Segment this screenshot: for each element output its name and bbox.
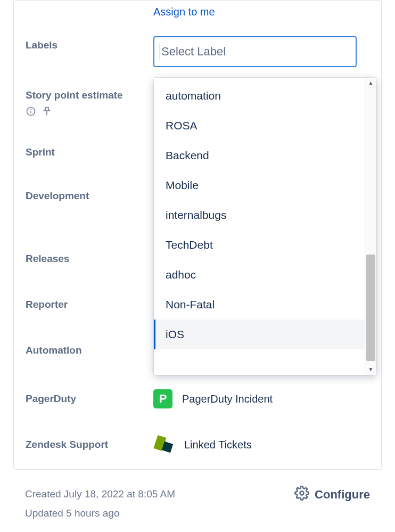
footer: Created July 18, 2022 at 8:05 AM Updated… — [13, 477, 382, 523]
dropdown-scrollbar[interactable]: ▲ ▼ — [365, 78, 376, 375]
svg-point-4 — [300, 492, 304, 495]
dropdown-option[interactable]: automation — [154, 81, 365, 111]
zendesk-icon — [153, 435, 175, 454]
dropdown-option[interactable]: adhoc — [154, 260, 365, 290]
labels-row: Labels Select Label — [14, 26, 381, 71]
scroll-thumb[interactable] — [366, 255, 375, 361]
labels-placeholder: Select Label — [161, 45, 226, 59]
assign-to-me-link[interactable]: Assign to me — [153, 6, 215, 18]
linked-tickets-link[interactable]: Linked Tickets — [184, 439, 252, 451]
reporter-field-label: Reporter — [26, 296, 153, 310]
dropdown-option[interactable]: Mobile — [154, 170, 365, 200]
dropdown-option[interactable]: internalbugs — [154, 200, 365, 230]
zendesk-field-label: Zendesk Support — [26, 439, 153, 451]
sprint-field-label: Sprint — [26, 143, 153, 158]
assign-row: Assign to me — [14, 1, 381, 26]
dropdown-option[interactable]: ROSA — [154, 111, 365, 141]
info-icon[interactable] — [26, 106, 36, 119]
pin-icon[interactable] — [41, 105, 53, 120]
created-timestamp: Created July 18, 2022 at 8:05 AM — [25, 485, 175, 504]
labels-dropdown: automationROSABackendMobileinternalbugsT… — [154, 78, 376, 375]
dropdown-option[interactable]: Backend — [154, 141, 365, 170]
configure-label: Configure — [315, 488, 370, 502]
configure-button[interactable]: Configure — [294, 485, 370, 504]
dropdown-option[interactable]: TechDebt — [154, 230, 365, 260]
pagerduty-field-label: PagerDuty — [26, 393, 153, 405]
dropdown-option[interactable]: iOS — [154, 320, 365, 349]
zendesk-row: Zendesk Support Linked Tickets — [14, 413, 381, 459]
pagerduty-incident-link[interactable]: PagerDuty Incident — [182, 393, 273, 405]
releases-field-label: Releases — [26, 250, 153, 265]
dropdown-option[interactable]: Non-Fatal — [154, 290, 365, 320]
labels-field-label: Labels — [26, 36, 153, 51]
gear-icon — [294, 486, 309, 504]
labels-select-input[interactable]: Select Label — [153, 36, 357, 67]
story-points-field-label: Story point estimate — [26, 89, 153, 101]
pagerduty-icon: P — [153, 389, 172, 408]
development-field-label: Development — [26, 187, 153, 202]
automation-field-label: Automation — [26, 341, 153, 356]
updated-timestamp: Updated 5 hours ago — [25, 504, 175, 523]
labels-dropdown-list: automationROSABackendMobileinternalbugsT… — [154, 78, 365, 375]
text-cursor — [160, 43, 160, 60]
svg-point-2 — [31, 109, 31, 110]
scroll-up-icon[interactable]: ▲ — [365, 79, 376, 87]
scroll-down-icon[interactable]: ▼ — [365, 365, 376, 374]
